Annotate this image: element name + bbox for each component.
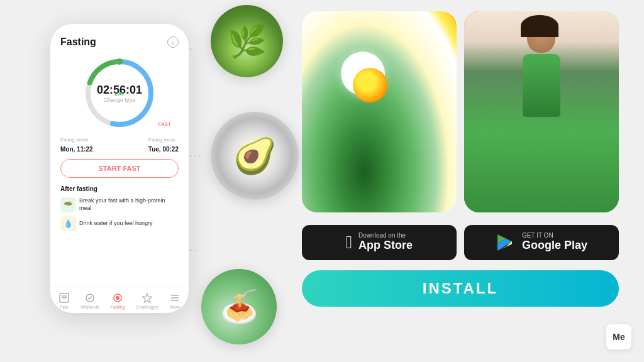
me-badge-text: Me [613, 332, 625, 342]
install-button[interactable]: INSTALL [302, 270, 619, 307]
challenges-icon [142, 292, 153, 304]
nav-challenges[interactable]: Challenges [136, 292, 158, 309]
eat-label: EAT [114, 91, 124, 97]
food-images-row [302, 11, 619, 212]
nav-plan[interactable]: Plan [58, 292, 70, 309]
info-icon: i [167, 36, 179, 48]
plate-photo: 🥑 [211, 112, 299, 200]
plan-icon [58, 292, 70, 304]
woman-visual [464, 11, 619, 212]
fasting-tip-2: 💧 Drink water if you feel hungry [60, 216, 179, 231]
google-play-button[interactable]: GET IT ON Google Play [464, 225, 619, 260]
main-container: Fasting i EAT [0, 0, 644, 362]
tip1-text: Break your fast with a high-protein meal [79, 197, 179, 212]
phone-title: Fasting [60, 36, 96, 48]
asparagus-photo: 🌿 [211, 5, 283, 77]
google-play-small-text: GET IT ON [522, 233, 587, 239]
nav-challenges-label: Challenges [136, 305, 158, 309]
google-play-text: GET IT ON Google Play [522, 233, 587, 253]
eating-ends-value: Tue, 00:22 [148, 146, 179, 153]
nav-workouts-label: Workouts [81, 305, 99, 309]
eating-info: Eating starts Mon, 11:22 Eating ends Tue… [60, 137, 179, 154]
google-play-icon [496, 233, 516, 253]
phone-bottom-nav: Plan Workouts Fasting Challenges More [50, 287, 189, 313]
woman-hair [521, 15, 558, 37]
nav-more-label: More [170, 305, 180, 309]
svg-point-9 [116, 296, 119, 300]
google-play-large-text: Google Play [522, 239, 587, 253]
svg-marker-10 [143, 293, 152, 302]
store-buttons-row:  Download on the App Store GET IT ON [302, 225, 619, 260]
eating-ends-label: Eating ends [148, 137, 179, 143]
nav-fasting-label: Fasting [111, 305, 125, 309]
fasting-icon [112, 292, 123, 304]
timer-container: EAT 02:56:01 Change type FAST [60, 55, 179, 131]
nav-fasting[interactable]: Fasting [111, 292, 125, 309]
app-store-text: Download on the App Store [358, 233, 413, 253]
phone-header: Fasting i [60, 36, 179, 48]
eating-starts-label: Eating starts [60, 137, 93, 143]
woman-figure [487, 21, 596, 212]
timer-text: EAT 02:56:01 Change type [97, 84, 142, 103]
asparagus-icon: 🌿 [211, 5, 283, 77]
app-store-button[interactable]:  Download on the App Store [302, 225, 457, 260]
plate-icon: 🥑 [211, 112, 299, 200]
workouts-icon [84, 292, 96, 304]
salad-card [302, 11, 457, 212]
app-store-large-text: App Store [358, 239, 413, 253]
after-fasting-title: After fasting [60, 185, 179, 192]
after-fasting-section: After fasting 🥗 Break your fast with a h… [60, 185, 179, 231]
eating-starts-value: Mon, 11:22 [60, 146, 93, 153]
woman-card [464, 11, 619, 212]
svg-point-3 [116, 58, 123, 65]
more-icon [169, 292, 180, 304]
nav-more[interactable]: More [169, 292, 180, 309]
eating-starts: Eating starts Mon, 11:22 [60, 137, 93, 154]
woman-body [523, 54, 560, 117]
left-section: Fasting i EAT [25, 11, 289, 351]
tip2-text: Drink water if you feel hungry [79, 220, 153, 228]
app-store-small-text: Download on the [358, 233, 413, 239]
nav-workouts[interactable]: Workouts [81, 292, 99, 309]
eating-ends: Eating ends Tue, 00:22 [148, 137, 179, 154]
fast-label: FAST [158, 121, 171, 127]
pasta-icon: 🍝 [201, 269, 277, 344]
nav-plan-label: Plan [60, 305, 69, 309]
right-section:  Download on the App Store GET IT ON [289, 11, 619, 351]
fasting-tip-1: 🥗 Break your fast with a high-protein me… [60, 197, 179, 212]
pasta-photo: 🍝 [201, 269, 277, 344]
tip2-icon: 💧 [60, 216, 75, 231]
phone-mockup: Fasting i EAT [50, 24, 189, 313]
apple-icon:  [346, 233, 352, 253]
change-type-label: Change type [97, 97, 142, 103]
install-button-label: INSTALL [423, 280, 499, 297]
woman-head [527, 21, 555, 53]
egg-yolk [353, 68, 387, 102]
me-badge: Me [606, 324, 631, 349]
tip1-icon: 🥗 [60, 197, 75, 212]
salad-visual [302, 11, 457, 212]
start-fast-button[interactable]: START FAST [60, 159, 179, 178]
